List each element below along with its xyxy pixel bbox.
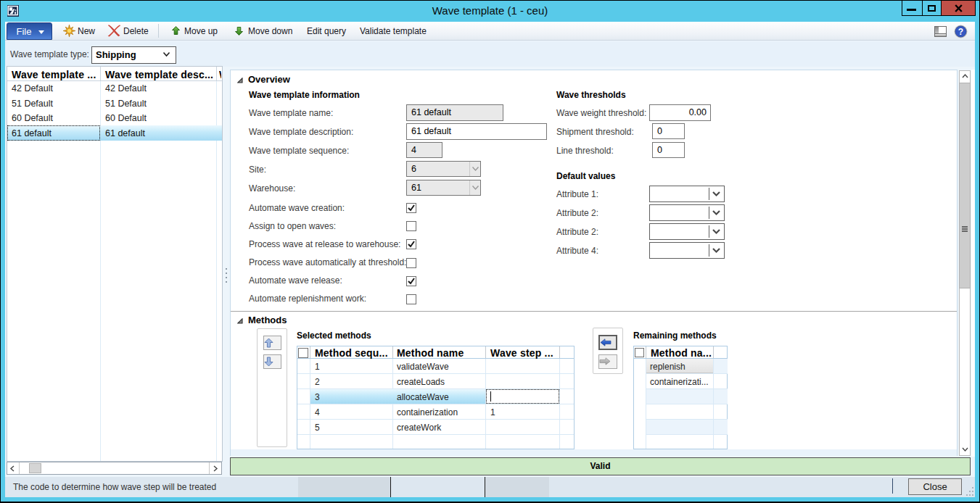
- svg-text:?: ?: [958, 27, 963, 37]
